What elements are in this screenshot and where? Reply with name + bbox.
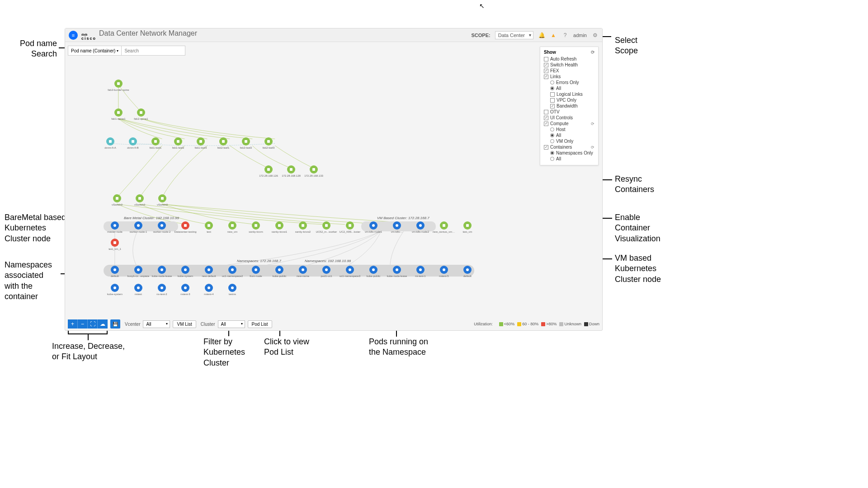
opt-containers[interactable]: ✓Containers⟳ <box>544 145 594 150</box>
node-namespace-12[interactable]: kube-node-lease <box>386 266 408 277</box>
node-server-2[interactable]: 172.28.168.133 <box>302 165 325 177</box>
opt-bandwidth[interactable]: ✓Bandwidth <box>550 103 594 108</box>
vm-list-button[interactable]: VM List <box>173 320 196 328</box>
node-server-1[interactable]: 172.28.168.128 <box>280 165 302 177</box>
node-leaf-5[interactable]: fab2-leaf1 <box>212 137 235 149</box>
opt-ui-controls[interactable]: ✓UI Controls <box>544 115 594 120</box>
gear-icon[interactable]: ⚙ <box>591 32 599 39</box>
node-namespace-10[interactable]: uc1-namespace3 <box>339 266 361 277</box>
opt-switch-health[interactable]: ✓Switch Health <box>544 62 594 67</box>
node-host-12[interactable]: vm-k8s-... <box>386 221 408 233</box>
node-vswitch-1[interactable]: vSwitch0 <box>128 194 151 206</box>
scope-select[interactable]: Data Center <box>495 31 533 39</box>
fit-layout-button[interactable]: ⛶ <box>88 319 98 328</box>
node-host-1[interactable]: worker-node-1 <box>127 221 150 233</box>
node-host-2[interactable]: worker-node-2 <box>151 221 173 233</box>
opt-containers-all[interactable]: All <box>550 156 594 161</box>
node-host-3[interactable]: Datacenter-testing <box>174 221 197 233</box>
node-host-5[interactable]: new_vm <box>221 221 244 233</box>
node-vswitch-0[interactable]: vSwitch0 <box>106 194 128 206</box>
opt-vm-only[interactable]: VM Only <box>550 139 594 144</box>
topology-canvas[interactable]: fab2-border-spine fab1-spine1 fab2-spine… <box>65 58 602 317</box>
node-namespace-15[interactable]: default <box>456 266 479 277</box>
cloud-view-button[interactable]: ☁ <box>98 319 108 328</box>
node-leaf-3[interactable]: fab1-leaf2 <box>167 137 189 149</box>
node-leaf-1[interactable]: dcnm-fi-B <box>122 137 144 149</box>
node-host-4[interactable]: test <box>198 221 220 233</box>
anno-baremetal: BareMetal based Kubernetes Cluster node <box>5 212 72 244</box>
zoom-in-button[interactable]: + <box>68 319 78 328</box>
node-host-0[interactable]: master-node <box>104 221 126 233</box>
node-namespace-5[interactable]: uc1-namespace2 <box>221 266 244 277</box>
opt-host[interactable]: Host <box>550 127 594 132</box>
anno-namespaces: Namespaces associated with the container <box>5 260 59 302</box>
node-spine2[interactable]: fab2-spine1 <box>130 108 152 120</box>
opt-compute-all[interactable]: All <box>550 133 594 138</box>
anno-pods-ns: Pods running on the Namespace <box>369 337 428 358</box>
opt-compute[interactable]: ✓Compute⟳ <box>544 121 594 126</box>
node-host-8[interactable]: sanity-kcvw2 <box>292 221 314 233</box>
node-host-14[interactable]: new_centos_vm_8 <box>433 221 455 233</box>
sync-compute-icon[interactable]: ⟳ <box>591 122 594 126</box>
opt-vpc-only[interactable]: VPC Only <box>550 98 594 103</box>
node-namespace-13[interactable]: ns-test-1 <box>409 266 432 277</box>
opt-logical-links[interactable]: Logical Links <box>550 92 594 97</box>
opt-links[interactable]: ✓Links <box>544 74 594 79</box>
opt-fex[interactable]: ✓FEX <box>544 68 594 73</box>
node-leaf-4[interactable]: fab1-leaf3 <box>189 137 212 149</box>
node-namespace-1[interactable]: busyb-cx...espace <box>127 266 150 277</box>
node-namespace-2[interactable]: kube-node-lease <box>151 266 173 277</box>
node-namespace-9[interactable]: pod1-uc1 <box>315 266 338 277</box>
app-logo: cisco Data Center Network Manager <box>81 29 197 41</box>
vcenter-select[interactable]: All <box>143 320 170 328</box>
search-filter-select[interactable]: Pod name (Container) <box>68 46 122 55</box>
node-leaf-6[interactable]: fab2-leaf2 <box>235 137 257 149</box>
node-namespace-6[interactable]: from-node <box>245 266 267 277</box>
node-namespace-0[interactable]: default <box>104 266 126 277</box>
opt-links-all[interactable]: All <box>550 86 594 91</box>
opt-errors-only[interactable]: Errors Only <box>550 80 594 85</box>
node-host-7[interactable]: sanity-kcvw1 <box>268 221 291 233</box>
node-host-15[interactable]: test_vm <box>456 221 479 233</box>
bell-icon[interactable]: 🔔 <box>538 32 545 39</box>
node-namespace-4[interactable]: new-default <box>198 266 220 277</box>
node-spine[interactable]: fab2-border-spine <box>107 80 130 91</box>
node-host-11[interactable]: vm-k8s-node1 <box>362 221 385 233</box>
node-namespace-7[interactable]: kube-public <box>268 266 291 277</box>
node-namespace-8[interactable]: new-name <box>292 266 314 277</box>
sync-containers-icon[interactable]: ⟳ <box>591 145 594 150</box>
node-leaf-2[interactable]: fab1-leaf1 <box>144 137 167 149</box>
node-spine1[interactable]: fab1-spine1 <box>107 108 130 120</box>
node-namespace-14[interactable]: nstest-5 <box>433 266 455 277</box>
node-vswitch-2[interactable]: vSwitch0 <box>151 194 174 206</box>
node-leaf-7[interactable]: fab2-leaf3 <box>257 137 280 149</box>
node-host-10[interactable]: UC2_K8S...luster <box>339 221 361 233</box>
opt-auto-refresh[interactable]: Auto Refresh <box>544 56 594 61</box>
warning-icon[interactable]: ▲ <box>550 32 557 39</box>
cluster-select[interactable]: All <box>218 320 245 328</box>
node-namespace-b-1[interactable]: nstest <box>127 284 150 296</box>
node-host-6[interactable]: sanity-kcvm <box>245 221 267 233</box>
node-host-13[interactable]: vm-k8s-node2 <box>409 221 432 233</box>
node-namespace-b-3[interactable]: nstest-3 <box>174 284 197 296</box>
node-leaf-0[interactable]: dcnm-fi-A <box>99 137 122 149</box>
anno-pod-search: Pod name Search <box>7 38 57 60</box>
node-namespace-3[interactable]: kube-system <box>174 266 197 277</box>
search-input[interactable] <box>122 46 185 55</box>
node-namespace-b-5[interactable]: testns <box>221 284 244 296</box>
node-server-0[interactable]: 172.28.168.126 <box>257 165 280 177</box>
menu-toggle[interactable]: ≡ <box>69 31 78 40</box>
zoom-out-button[interactable]: − <box>78 319 88 328</box>
node-host-9[interactable]: UC52_m...worker <box>315 221 338 233</box>
pod-list-button[interactable]: Pod List <box>248 320 272 328</box>
refresh-icon[interactable]: ⟳ <box>591 50 594 55</box>
node-namespace-11[interactable]: kube-public <box>362 266 385 277</box>
opt-namespaces-only[interactable]: Namespaces Only <box>550 150 594 155</box>
opt-otv[interactable]: OTV <box>544 109 594 114</box>
save-layout-button[interactable]: 💾 <box>110 319 120 328</box>
help-icon[interactable]: ? <box>561 32 569 39</box>
node-namespace-b-0[interactable]: kube-system <box>104 284 126 296</box>
node-namespace-b-4[interactable]: nstest-4 <box>198 284 220 296</box>
node-testvm-0[interactable]: test_vm_1 <box>104 239 126 250</box>
node-namespace-b-2[interactable]: ns-test-2 <box>151 284 173 296</box>
